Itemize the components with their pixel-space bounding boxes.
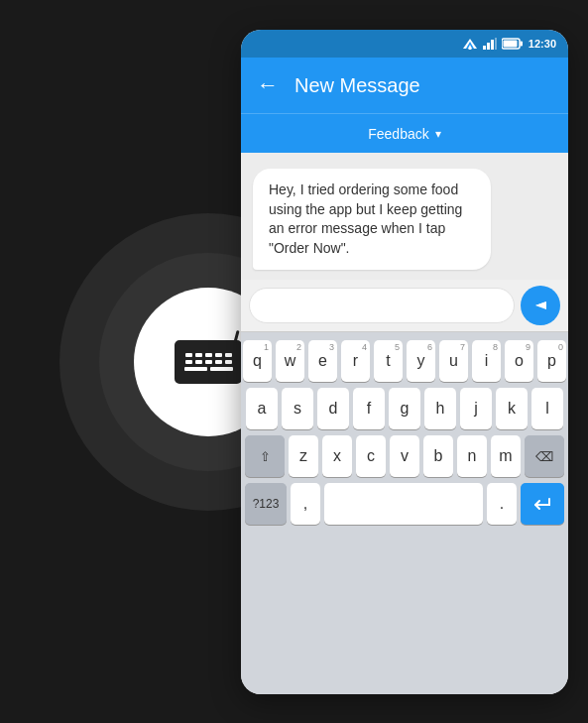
battery-icon (502, 38, 524, 50)
key-h[interactable]: h (424, 388, 456, 429)
message-bubble: Hey, I tried ordering some food using th… (253, 169, 491, 270)
key-l[interactable]: l (531, 388, 563, 429)
keyboard: q1 w2 e3 r4 t5 y6 u7 i8 o9 p0 a s d f g … (241, 332, 568, 694)
key-w[interactable]: w2 (276, 340, 304, 382)
key-z[interactable]: z (289, 435, 318, 477)
chat-area: Hey, I tried ordering some food using th… (241, 153, 568, 280)
key-x[interactable]: x (322, 435, 352, 477)
phone-content: ← New Message Feedback ▾ Hey, I tried or… (241, 58, 568, 694)
svg-rect-5 (487, 43, 490, 50)
keyboard-row-4: ?123 , . (245, 483, 564, 525)
backspace-key[interactable]: ⌫ (525, 435, 564, 477)
numbers-key[interactable]: ?123 (245, 483, 287, 525)
wifi-icon (462, 38, 478, 50)
key-k[interactable]: k (496, 388, 528, 429)
status-icons: 12:30 (462, 38, 556, 50)
key-b[interactable]: b (423, 435, 453, 477)
status-time: 12:30 (529, 38, 556, 50)
send-icon (532, 298, 548, 313)
key-p[interactable]: p0 (537, 340, 566, 382)
sub-toolbar: Feedback ▾ (241, 113, 568, 153)
svg-rect-9 (520, 42, 523, 47)
status-bar: 12:30 (241, 30, 568, 58)
key-o[interactable]: o9 (505, 340, 533, 382)
phone-mockup: 12:30 ← New Message Feedback ▾ Hey, I tr… (241, 30, 568, 694)
key-a[interactable]: a (246, 388, 278, 429)
key-s[interactable]: s (282, 388, 313, 429)
shift-key[interactable]: ⇧ (245, 435, 285, 477)
period-key[interactable]: . (487, 483, 517, 525)
space-key[interactable] (324, 483, 483, 525)
input-row (241, 280, 568, 332)
key-v[interactable]: v (390, 435, 419, 477)
keyboard-row-1: q1 w2 e3 r4 t5 y6 u7 i8 o9 p0 (245, 340, 564, 382)
app-bar-title: New Message (294, 74, 552, 97)
send-button[interactable] (521, 286, 560, 325)
key-q[interactable]: q1 (243, 340, 272, 382)
key-t[interactable]: t5 (374, 340, 403, 382)
keyboard-icon (175, 340, 242, 384)
key-n[interactable]: n (457, 435, 487, 477)
app-bar: ← New Message (241, 58, 568, 113)
key-i[interactable]: i8 (472, 340, 501, 382)
svg-rect-7 (495, 38, 497, 50)
key-r[interactable]: r4 (341, 340, 370, 382)
message-input[interactable] (249, 288, 515, 323)
key-e[interactable]: e3 (308, 340, 337, 382)
key-u[interactable]: u7 (439, 340, 468, 382)
key-j[interactable]: j (460, 388, 492, 429)
comma-key[interactable]: , (291, 483, 320, 525)
keyboard-row-2: a s d f g h j k l (245, 388, 564, 429)
key-m[interactable]: m (491, 435, 521, 477)
signal-icon (483, 38, 497, 50)
key-c[interactable]: c (356, 435, 386, 477)
svg-rect-4 (483, 46, 486, 50)
key-d[interactable]: d (317, 388, 349, 429)
dropdown-icon[interactable]: ▾ (435, 127, 441, 141)
back-button[interactable]: ← (257, 74, 279, 96)
key-y[interactable]: y6 (407, 340, 435, 382)
svg-rect-10 (503, 41, 517, 48)
sub-toolbar-label: Feedback (368, 126, 428, 142)
message-text: Hey, I tried ordering some food using th… (269, 181, 462, 256)
enter-key[interactable] (521, 483, 564, 525)
keyboard-row-3: ⇧ z x c v b n m ⌫ (245, 435, 564, 477)
svg-rect-6 (491, 40, 494, 50)
key-g[interactable]: g (389, 388, 420, 429)
enter-icon (533, 497, 551, 511)
key-f[interactable]: f (353, 388, 385, 429)
